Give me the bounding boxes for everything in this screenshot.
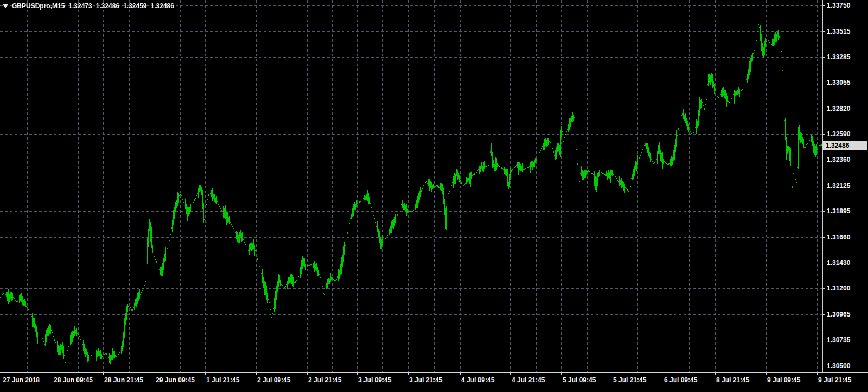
price-axis-label: 1.30965 <box>827 311 850 318</box>
price-axis-tick <box>822 288 825 289</box>
price-axis-tick <box>822 237 825 238</box>
price-axis-tick <box>822 160 825 160</box>
price-axis-tick <box>822 109 825 109</box>
quote-high: 1.32486 <box>96 2 119 10</box>
time-axis-tick <box>561 372 562 375</box>
time-axis-label: 28 Jun 09:45 <box>54 376 93 384</box>
price-axis-tick <box>822 31 825 32</box>
time-axis-label: 3 Jul 21:45 <box>409 376 442 384</box>
price-axis-tick <box>822 134 825 135</box>
price-axis-label: 1.31430 <box>827 259 850 267</box>
time-axis-tick <box>205 372 206 375</box>
symbol-timeframe-label: GBPUSDpro,M15 <box>12 2 65 10</box>
price-axis-tick <box>822 366 825 366</box>
current-price-box: 1.32486 <box>823 141 867 150</box>
price-axis-tick <box>822 211 825 212</box>
price-axis-tick <box>822 83 825 83</box>
time-axis-label: 8 Jul 21:45 <box>716 376 749 384</box>
time-axis-label: 27 Jun 2018 <box>3 376 40 384</box>
time-axis-label: 6 Jul 09:45 <box>664 376 697 384</box>
time-axis[interactable]: 27 Jun 201828 Jun 09:4528 Jun 21:4529 Ju… <box>0 372 868 392</box>
price-axis-label: 1.33750 <box>827 2 850 9</box>
price-axis-label: 1.30500 <box>827 362 850 370</box>
price-axis-label: 1.31895 <box>827 207 850 215</box>
time-axis-tick <box>408 372 409 375</box>
time-axis-tick <box>663 372 663 375</box>
price-axis-label: 1.32360 <box>827 156 850 163</box>
time-axis-tick <box>715 372 716 375</box>
price-axis-tick <box>822 57 825 58</box>
symbol-dropdown-icon[interactable] <box>3 4 8 8</box>
time-axis-tick <box>766 372 767 375</box>
time-axis-label: 3 Jul 09:45 <box>358 376 391 384</box>
chart-title: GBPUSDpro,M15 1.32473 1.32486 1.32459 1.… <box>3 2 174 10</box>
time-axis-label: 1 Jul 21:45 <box>206 376 239 384</box>
price-axis[interactable]: 1.337501.335151.332851.330551.328201.325… <box>822 0 868 372</box>
time-axis-label: 4 Jul 09:45 <box>461 376 494 384</box>
time-axis-label: 9 Jul 21:45 <box>818 376 851 384</box>
time-axis-label: 4 Jul 21:45 <box>512 376 545 384</box>
time-axis-tick <box>510 372 511 375</box>
time-axis-label: 5 Jul 21:45 <box>613 376 646 384</box>
price-axis-label: 1.32125 <box>827 182 850 189</box>
mt4-chart-window: GBPUSDpro,M15 1.32473 1.32486 1.32459 1.… <box>0 0 868 392</box>
quote-low: 1.32459 <box>123 2 146 10</box>
price-axis-label: 1.31200 <box>827 284 850 292</box>
quote-close: 1.32486 <box>151 2 174 10</box>
price-axis-tick <box>822 340 825 340</box>
price-axis-tick <box>822 314 825 315</box>
price-axis-label: 1.33515 <box>827 28 850 35</box>
time-axis-label: 2 Jul 21:45 <box>308 376 341 384</box>
price-axis-label: 1.31660 <box>827 233 850 241</box>
time-axis-tick <box>817 372 818 375</box>
time-axis-tick <box>612 372 612 375</box>
price-axis-label: 1.33055 <box>827 79 850 86</box>
time-axis-label: 2 Jul 09:45 <box>257 376 290 384</box>
time-axis-tick <box>307 372 308 375</box>
quote-open: 1.32473 <box>68 2 92 10</box>
price-axis-label: 1.33285 <box>827 53 850 61</box>
price-axis-label: 1.30735 <box>827 336 850 344</box>
time-axis-label: 9 Jul 09:45 <box>767 376 800 384</box>
time-axis-tick <box>103 372 104 375</box>
time-axis-tick <box>2 372 2 375</box>
price-axis-tick <box>822 186 825 186</box>
price-axis-label: 1.32590 <box>827 130 850 138</box>
time-axis-label: 29 Jun 09:45 <box>156 376 195 384</box>
time-axis-tick <box>155 372 155 375</box>
price-chart-canvas[interactable] <box>0 0 822 372</box>
time-axis-label: 28 Jun 21:45 <box>104 376 143 384</box>
time-axis-tick <box>256 372 257 375</box>
time-axis-tick <box>357 372 358 375</box>
time-axis-tick <box>460 372 461 375</box>
time-axis-tick <box>53 372 53 375</box>
time-axis-label: 5 Jul 09:45 <box>563 376 596 384</box>
price-axis-label: 1.32820 <box>827 105 850 112</box>
price-axis-tick <box>822 263 825 263</box>
price-axis-tick <box>822 5 825 6</box>
